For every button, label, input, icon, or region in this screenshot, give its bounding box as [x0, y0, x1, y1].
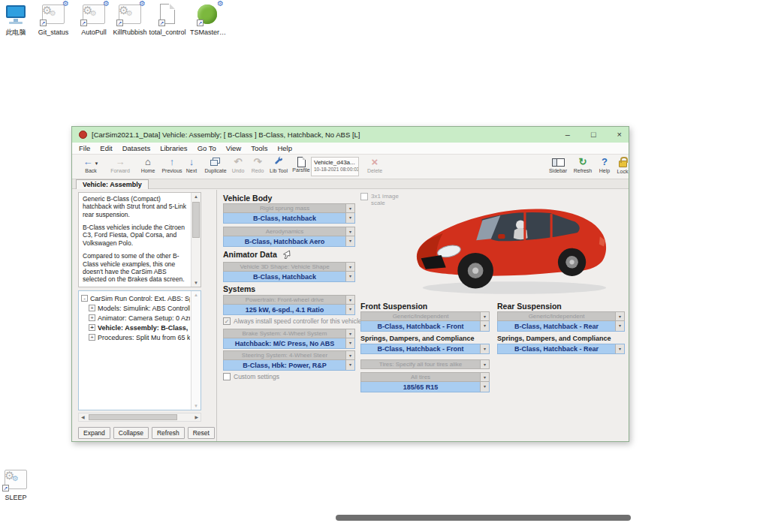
- close-button[interactable]: ×: [617, 131, 622, 139]
- chevron-down-icon[interactable]: ▾: [345, 338, 354, 348]
- chevron-down-icon[interactable]: ▾: [480, 321, 489, 331]
- brake-system-link[interactable]: Brake System: 4-Wheel System ▾: [223, 329, 355, 338]
- parsfile-button[interactable]: Parsfile: [290, 156, 312, 178]
- rear-suspension-select[interactable]: B-Class, Hatchback - Rear ▾: [497, 321, 625, 332]
- scroll-left-icon[interactable]: ◀: [81, 413, 85, 421]
- front-springs-select[interactable]: B-Class, Hatchback - Front ▾: [360, 344, 490, 354]
- dataset-info[interactable]: Vehicle_d43a... 10-18-2021 08:00:03: [311, 157, 359, 176]
- chevron-down-icon[interactable]: ▼: [95, 161, 99, 166]
- tab-vehicle-assembly[interactable]: Vehicle: Assembly: [76, 179, 149, 189]
- scroll-down-icon[interactable]: ▼: [191, 402, 201, 410]
- custom-settings-checkbox[interactable]: Custom settings: [223, 373, 336, 380]
- spinner-button[interactable]: ▾: [480, 360, 489, 368]
- spinner-button[interactable]: ▾: [480, 373, 489, 381]
- steering-system-select[interactable]: B-Class, Hbk: Power, R&P ▾: [223, 360, 355, 371]
- powertrain-link[interactable]: Powertrain: Front-wheel drive ▾: [223, 295, 355, 305]
- desktop-icon-tsmaster[interactable]: ⚙ ↗ TSMaster…: [188, 3, 228, 36]
- menu-libraries[interactable]: Libraries: [160, 144, 187, 152]
- desktop-icon-sleep[interactable]: ⚙ ⚙ ↗ SLEEP: [0, 468, 36, 501]
- menu-tools[interactable]: Tools: [251, 144, 267, 152]
- scroll-right-icon[interactable]: ▶: [195, 413, 198, 421]
- help-button[interactable]: ? Help: [595, 156, 614, 178]
- spinner-button[interactable]: ▾: [345, 227, 354, 236]
- menu-goto[interactable]: Go To: [198, 144, 216, 152]
- desktop-icon-this-pc[interactable]: 此电脑: [0, 3, 36, 36]
- lock-button[interactable]: Lock: [613, 156, 632, 178]
- tree-item-vehicle-assembly[interactable]: + Vehicle: Assembly: B-Class, Hatchback,…: [81, 323, 190, 332]
- scroll-up-icon[interactable]: ▲: [191, 193, 201, 200]
- scrollbar-thumb[interactable]: [89, 414, 177, 420]
- all-tires-link[interactable]: All tires ▾: [360, 372, 490, 382]
- tree-item-animator[interactable]: + Animator: Camera Setup: 0 Azm, 5 El, 2…: [81, 313, 190, 323]
- title-bar[interactable]: [CarSim2021.1_Data] Vehicle: Assembly; […: [72, 127, 629, 143]
- spinner-button[interactable]: ▾: [345, 329, 354, 338]
- checkbox-unchecked-icon[interactable]: [360, 193, 368, 200]
- vehicle-3d-shape-link[interactable]: Vehicle 3D Shape: Vehicle Shape ▾: [223, 262, 355, 272]
- collapse-button[interactable]: Collapse: [113, 427, 149, 439]
- aerodynamics-link[interactable]: Aerodynamics ▾: [223, 227, 355, 236]
- refresh-tree-button[interactable]: Refresh: [152, 427, 185, 439]
- tree-expand-icon[interactable]: +: [89, 334, 95, 341]
- refresh-button[interactable]: ↻ Refresh: [571, 156, 595, 178]
- desktop-icon-killrubbish[interactable]: ⚙ ⚙ ⚙ ↗ KillRubbish: [110, 3, 150, 36]
- rigid-sprung-mass-link[interactable]: Rigid sprung mass ▾: [223, 203, 355, 213]
- minimize-button[interactable]: –: [565, 131, 570, 139]
- reset-button[interactable]: Reset: [188, 427, 215, 439]
- menu-file[interactable]: File: [79, 144, 90, 152]
- spinner-button[interactable]: ▾: [345, 296, 354, 304]
- chevron-down-icon[interactable]: ▾: [480, 382, 489, 392]
- spinner-button[interactable]: ▾: [345, 263, 354, 271]
- maximize-button[interactable]: □: [591, 131, 596, 139]
- chevron-down-icon[interactable]: ▾: [345, 360, 354, 370]
- chevron-down-icon[interactable]: ▾: [615, 321, 624, 331]
- spinner-button[interactable]: ▾: [480, 312, 489, 320]
- scroll-down-icon[interactable]: ▼: [191, 279, 201, 287]
- next-button[interactable]: ↓ Next: [182, 156, 201, 178]
- chevron-down-icon[interactable]: ▾: [345, 272, 354, 281]
- chevron-down-icon[interactable]: ▾: [345, 213, 354, 223]
- menu-datasets[interactable]: Datasets: [122, 144, 151, 152]
- menu-view[interactable]: View: [226, 144, 241, 152]
- tree-item-models[interactable]: + Models: Simulink: ABS Controller Multi…: [81, 303, 190, 313]
- all-tires-select[interactable]: 185/65 R15 ▾: [360, 382, 490, 392]
- menu-help[interactable]: Help: [277, 144, 292, 152]
- spinner-button[interactable]: ▾: [345, 204, 354, 212]
- spinner-button[interactable]: ▾: [615, 312, 624, 320]
- tree-scrollbar[interactable]: ▲ ▼: [191, 291, 201, 410]
- rear-springs-select[interactable]: B-Class, Hatchback - Rear ▾: [497, 344, 625, 354]
- bottom-scrollbar[interactable]: [336, 515, 631, 521]
- description-scrollbar[interactable]: ▲ ▼: [191, 193, 201, 287]
- front-suspension-link[interactable]: Generic/Independent ▾: [360, 311, 490, 321]
- duplicate-button[interactable]: Duplicate: [201, 156, 230, 178]
- tree-item-procedures[interactable]: + Procedures: Split Mu from 65 km/h: [81, 332, 190, 342]
- menu-edit[interactable]: Edit: [100, 144, 112, 152]
- tree-expand-icon[interactable]: +: [89, 305, 95, 311]
- image-scale-checkbox[interactable]: 3x1 image scale: [360, 193, 400, 206]
- chevron-down-icon[interactable]: ▾: [345, 305, 354, 314]
- spinner-button[interactable]: ▾: [345, 351, 354, 359]
- tree-expand-icon[interactable]: +: [89, 324, 95, 331]
- steering-system-link[interactable]: Steering System: 4-Wheel Steer ▾: [223, 350, 355, 360]
- sidebar-button[interactable]: Sidebar: [545, 156, 571, 178]
- tree-expand-icon[interactable]: +: [89, 314, 95, 321]
- tires-link[interactable]: Tires: Specify all four tires alike ▾: [360, 359, 490, 369]
- scroll-up-icon[interactable]: ▲: [191, 291, 201, 299]
- front-suspension-select[interactable]: B-Class, Hatchback - Front ▾: [360, 321, 490, 332]
- home-button[interactable]: ⌂ Home: [137, 156, 159, 178]
- rigid-sprung-mass-select[interactable]: B-Class, Hatchback ▾: [223, 213, 355, 224]
- powertrain-select[interactable]: 125 kW, 6-spd., 4.1 Ratio ▾: [223, 305, 355, 315]
- tree-horizontal-scrollbar[interactable]: ◀ ▶: [78, 413, 201, 422]
- chevron-down-icon[interactable]: ▾: [615, 344, 624, 353]
- checkbox-checked-icon[interactable]: ✓: [223, 317, 231, 325]
- tree-item-run-control[interactable]: - CarSim Run Control: Ext. ABS: Split Mu…: [81, 293, 190, 303]
- chevron-down-icon[interactable]: ▾: [345, 236, 354, 246]
- checkbox-unchecked-icon[interactable]: [223, 373, 231, 380]
- vehicle-3d-shape-select[interactable]: B-Class, Hatchback ▾: [223, 272, 355, 282]
- expand-button[interactable]: Expand: [78, 427, 110, 439]
- desktop-icon-git-status[interactable]: ⚙ ⚙ ⚙ ↗ Git_status: [33, 3, 74, 36]
- back-button[interactable]: ←▼ Back: [77, 156, 105, 178]
- desktop-icon-autopull[interactable]: ⚙ ⚙ ⚙ ↗ AutoPull: [74, 3, 114, 36]
- brake-system-select[interactable]: Hatchback: M/C Press, No ABS ▾: [223, 338, 355, 349]
- lib-tool-button[interactable]: Lib Tool: [266, 156, 291, 178]
- previous-button[interactable]: ↑ Previous: [159, 156, 185, 178]
